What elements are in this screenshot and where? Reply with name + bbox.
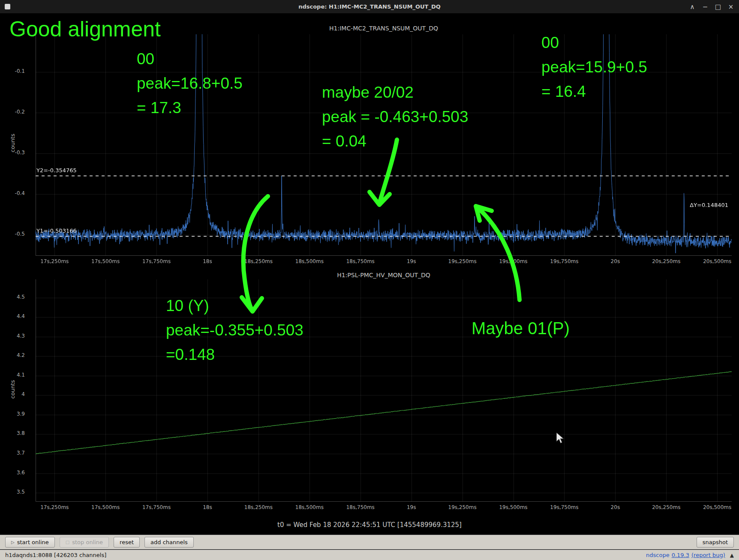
y-tick-label: 4.2 <box>0 352 25 358</box>
x-tick-label: 17s,250ms <box>40 504 69 510</box>
cursor-dy-label: ΔY=0.148401 <box>690 202 728 208</box>
x-tick-label: 19s,500ms <box>499 258 527 264</box>
x-tick-label: 18s,500ms <box>295 258 324 264</box>
y-tick-label: 3.8 <box>0 430 25 436</box>
t0-label: t0 = Wed Feb 18 2026 22:45:51 UTC [14554… <box>0 521 739 529</box>
y-tick-label: 4.5 <box>0 294 25 300</box>
reset-label: reset <box>120 539 134 545</box>
x-tick-label: 17s,500ms <box>91 504 120 510</box>
bottom-plot-title: H1:PSL-PMC_HV_MON_OUT_DQ <box>36 272 732 279</box>
report-bug-link[interactable]: (report bug) <box>691 552 725 558</box>
y-tick-label: -0.1 <box>0 68 25 74</box>
y-tick-label: -0.3 <box>0 150 25 156</box>
snapshot-button[interactable]: snapshot <box>697 537 734 548</box>
x-tick-label: 17s,250ms <box>40 258 69 264</box>
x-tick-label: 18s <box>203 258 212 264</box>
stop-icon: □ <box>66 540 69 545</box>
shade-button[interactable]: ∧ <box>689 3 695 11</box>
y-tick-label: 3.7 <box>0 450 25 456</box>
y-tick-label: -0.2 <box>0 109 25 115</box>
reset-button[interactable]: reset <box>114 537 140 548</box>
x-tick-label: 19s,750ms <box>550 258 578 264</box>
y-tick-label: 4.3 <box>0 333 25 339</box>
x-tick-label: 20s,250ms <box>652 504 680 510</box>
stop-online-label: stop online <box>72 539 103 545</box>
x-tick-label: 17s,500ms <box>91 258 120 264</box>
x-tick-label: 19s <box>407 258 416 264</box>
maximize-button[interactable]: □ <box>715 3 721 11</box>
x-tick-label: 20s,500ms <box>703 504 731 510</box>
annotation-00-right: 00 peak=15.9+0.5 = 16.4 <box>541 31 647 104</box>
y-tick-label: 3.9 <box>0 411 25 417</box>
window-title: ndscope: H1:IMC-MC2_TRANS_NSUM_OUT_DQ <box>0 0 739 13</box>
annotation-maybe-2002: maybe 20/02 peak = -0.463+0.503 = 0.04 <box>322 81 469 154</box>
play-icon: ▷ <box>11 540 15 545</box>
x-tick-label: 19s,750ms <box>550 504 578 510</box>
y-tick-label: 4.4 <box>0 313 25 319</box>
annotation-00-left: 00 peak=16.8+0.5 = 17.3 <box>137 47 243 120</box>
y-tick-label: 3.6 <box>0 470 25 476</box>
x-tick-label: 18s,250ms <box>244 258 273 264</box>
x-tick-label: 19s,500ms <box>499 504 527 510</box>
x-tick-label: 20s <box>611 258 620 264</box>
server-info: h1daqnds1:8088 [426203 channels] <box>5 552 106 558</box>
x-tick-label: 18s,250ms <box>244 504 273 510</box>
x-tick-label: 19s,250ms <box>448 504 477 510</box>
add-channels-label: add channels <box>150 539 188 545</box>
x-tick-label: 18s,750ms <box>346 258 375 264</box>
x-tick-label: 19s,250ms <box>448 258 477 264</box>
bottom-plot-canvas[interactable] <box>36 279 732 502</box>
annotation-good-alignment: Good alignment <box>9 16 161 42</box>
y-tick-label: -0.5 <box>0 231 25 237</box>
annotation-maybe-01-p: Maybe 01(P) <box>472 315 570 342</box>
x-tick-label: 19s <box>407 504 416 510</box>
annotation-10-y: 10 (Y) peak=-0.355+0.503 =0.148 <box>166 294 303 367</box>
ndscope-window: ndscope: H1:IMC-MC2_TRANS_NSUM_OUT_DQ ∧ … <box>0 0 739 560</box>
resize-grip-icon[interactable]: ▲ <box>730 552 734 558</box>
x-tick-label: 20s,500ms <box>703 258 731 264</box>
statusbar-links: ndscope 0.19.3 (report bug) ▲ <box>646 552 734 558</box>
x-tick-label: 18s,500ms <box>295 504 324 510</box>
cursor-y2-label[interactable]: Y2=-0.354765 <box>36 167 77 174</box>
toolbar: ▷ start online □ stop online reset add c… <box>0 535 739 549</box>
start-online-button[interactable]: ▷ start online <box>5 537 55 548</box>
y-tick-label: 3.5 <box>0 489 25 495</box>
x-tick-label: 17s,750ms <box>142 504 171 510</box>
x-tick-label: 20s,250ms <box>652 258 680 264</box>
titlebar: ndscope: H1:IMC-MC2_TRANS_NSUM_OUT_DQ ∧ … <box>0 0 739 14</box>
x-tick-label: 20s <box>611 504 620 510</box>
x-tick-label: 18s,750ms <box>346 504 375 510</box>
version-link[interactable]: 0.19.3 <box>672 552 689 558</box>
close-button[interactable]: × <box>728 3 734 11</box>
cursor-y1-label[interactable]: Y1=-0.503166 <box>36 228 77 234</box>
window-controls: ∧ − □ × <box>689 0 734 13</box>
minimize-button[interactable]: − <box>702 3 708 11</box>
add-channels-button[interactable]: add channels <box>144 537 194 548</box>
y-tick-label: 4 <box>0 391 25 397</box>
x-tick-label: 18s <box>203 504 212 510</box>
statusbar: h1daqnds1:8088 [426203 channels] ndscope… <box>0 550 739 560</box>
x-tick-label: 17s,750ms <box>142 258 171 264</box>
stop-online-button[interactable]: □ stop online <box>60 537 109 548</box>
ndscope-link[interactable]: ndscope <box>646 552 670 558</box>
y-tick-label: -0.4 <box>0 190 25 196</box>
snapshot-label: snapshot <box>703 539 728 545</box>
start-online-label: start online <box>17 539 49 545</box>
y-tick-label: 4.1 <box>0 372 25 378</box>
